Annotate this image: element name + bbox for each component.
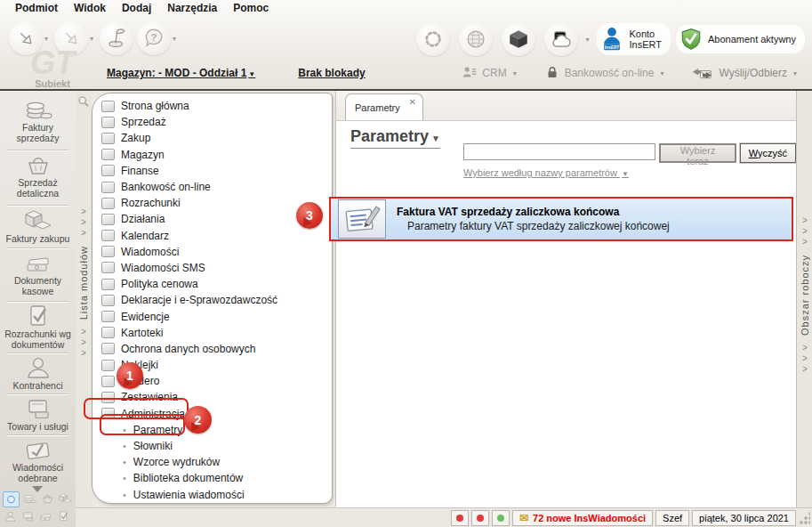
tab-close-icon[interactable]: ✕ bbox=[409, 97, 416, 107]
tree-item-zestawienia[interactable]: Zestawienia bbox=[92, 389, 332, 405]
tree-item-icon bbox=[101, 295, 115, 306]
mini-module-selected[interactable] bbox=[3, 491, 20, 507]
resize-grip[interactable] bbox=[799, 511, 810, 525]
abonament-button[interactable]: Abonament aktywny bbox=[676, 25, 805, 53]
tree-item-wzorce-wydrukow[interactable]: •Wzorce wydruków bbox=[92, 454, 332, 470]
page-title[interactable]: Parametry▼ bbox=[350, 127, 440, 149]
magnifier-icon[interactable] bbox=[76, 94, 91, 109]
back-dropdown-caret[interactable]: ▾ bbox=[44, 35, 48, 43]
wyczysc-button[interactable]: Wyczyść bbox=[740, 143, 796, 163]
crm-menu[interactable]: CRM ▾ bbox=[462, 65, 519, 81]
cloud-dropdown-caret[interactable]: ▾ bbox=[585, 36, 589, 44]
module-kontrahenci[interactable]: Kontrahenci bbox=[0, 356, 76, 391]
status-indicator-red-2[interactable] bbox=[471, 510, 489, 526]
mini-module-boxes-icon[interactable] bbox=[58, 491, 73, 506]
wybierz-teraz-button[interactable]: Wybierz teraz bbox=[659, 143, 736, 163]
tab-parametry[interactable]: Parametry ✕ bbox=[345, 93, 423, 120]
module-faktury-zakupu[interactable]: Faktury zakupu bbox=[0, 209, 76, 244]
obszar-roboczy-strip[interactable]: > > > Obszar roboczy > > > bbox=[796, 91, 812, 507]
envelope-icon: ✉ bbox=[519, 512, 528, 524]
lista-modulow-strip[interactable]: > > > Lista modułów > > > bbox=[76, 91, 92, 507]
tree-item-icon bbox=[101, 133, 115, 144]
tree-item-polityka-cenowa[interactable]: Polityka cenowa bbox=[92, 276, 332, 292]
module-sprzedaz-detaliczna[interactable]: Sprzedaż detaliczna bbox=[0, 153, 76, 199]
blokada-link[interactable]: Brak blokady bbox=[298, 67, 365, 79]
tree-item-icon bbox=[101, 230, 115, 241]
tree-item-ochrona-danych-osobowych[interactable]: Ochrona danych osobowych bbox=[92, 341, 332, 357]
magazyn-selector-link[interactable]: Magazyn: - MOD - Oddział 1▼ bbox=[107, 67, 258, 79]
chevron-icon: > bbox=[81, 337, 86, 348]
tree-item-kartoteki[interactable]: Kartoteki bbox=[92, 325, 332, 341]
sync-icon[interactable] bbox=[416, 22, 450, 56]
globe-icon[interactable] bbox=[459, 22, 493, 56]
modules-sidebar-bg: Faktury sprzedaży Sprzedaż detaliczna Fa… bbox=[0, 91, 76, 527]
cube-icon[interactable] bbox=[502, 22, 535, 56]
tree-item-icon bbox=[101, 246, 115, 257]
obszar-roboczy-label: Obszar roboczy bbox=[800, 255, 810, 336]
status-indicator-green[interactable] bbox=[492, 510, 510, 526]
module-rozrachunki-wg-dokumentow[interactable]: Rozrachunki wg dokumentów bbox=[0, 304, 76, 350]
module-separator bbox=[7, 434, 68, 435]
menu-podmiot[interactable]: Podmiot bbox=[7, 1, 66, 15]
konto-insert-button[interactable]: Konto InsERT bbox=[597, 23, 670, 55]
ins-wiadomosci-alert[interactable]: ✉ 72 nowe InsWiadomości bbox=[512, 510, 653, 526]
status-indicator-red-1[interactable] bbox=[451, 510, 469, 526]
tree-item-zakup[interactable]: Zakup bbox=[92, 130, 332, 146]
tree-item-administracja[interactable]: Administracja bbox=[92, 406, 332, 422]
tree-item-icon bbox=[101, 408, 115, 419]
tree-item-sprzedaz[interactable]: Sprzedaż bbox=[92, 114, 332, 130]
parameter-result-faktura-vat-zaliczkowa[interactable]: Faktura VAT sprzedaży zaliczkowa końcowa… bbox=[329, 197, 793, 241]
menu-pomoc[interactable]: Pomoc bbox=[225, 1, 277, 15]
callout-step-2: 2 bbox=[184, 406, 212, 434]
tree-item-kalendarz[interactable]: Kalendarz bbox=[92, 228, 332, 244]
mini-module-coins-icon[interactable] bbox=[22, 491, 37, 506]
tree-item-strona-glowna[interactable]: Strona główna bbox=[92, 98, 332, 114]
tree-item-ewidencje[interactable]: Ewidencje bbox=[92, 308, 332, 324]
konto-label-line1: Konto bbox=[629, 28, 655, 39]
forward-dropdown-caret[interactable]: ▾ bbox=[90, 35, 93, 43]
tree-item-bankowosc-on-line[interactable]: Bankowość on-line bbox=[92, 179, 332, 195]
wyslij-caret-icon: ▾ bbox=[793, 69, 797, 77]
cloud-services-icon[interactable] bbox=[544, 22, 578, 56]
module-wiadomosci-odebrane[interactable]: Wiadomości odebrane bbox=[0, 438, 76, 483]
search-row: Wybierz teraz Wyczyść bbox=[463, 143, 796, 163]
konto-label-line2: InsERT bbox=[629, 39, 661, 50]
mini-module-doccheck-icon[interactable] bbox=[56, 509, 71, 523]
tree-item-deklaracje[interactable]: Deklaracje i e-Sprawozdawczość bbox=[92, 292, 332, 308]
tree-item-wiadomosci[interactable]: Wiadomości bbox=[92, 244, 332, 260]
tree-item-rozrachunki[interactable]: Rozrachunki bbox=[92, 195, 332, 211]
menu-widok[interactable]: Widok bbox=[66, 1, 114, 15]
mini-module-cash-icon[interactable] bbox=[38, 509, 53, 523]
tree-item-ustawienia-wiadomosci[interactable]: •Ustawienia wiadomości bbox=[92, 487, 332, 503]
menu-dodaj[interactable]: Dodaj bbox=[114, 1, 159, 15]
application-window: Podmiot Widok Dodaj Narzędzia Pomoc ▾ ▾ … bbox=[0, 0, 812, 527]
tree-item-parametry[interactable]: •Parametry bbox=[92, 422, 332, 438]
tab-bar: Parametry ✕ bbox=[336, 91, 796, 121]
filter-by-name-link[interactable]: Wybierz według nazwy parametrów ▼ bbox=[463, 167, 631, 178]
tree-item-slowniki[interactable]: •Słowniki bbox=[92, 438, 332, 454]
mini-module-goods-icon[interactable] bbox=[20, 509, 36, 523]
flag-button[interactable] bbox=[100, 21, 133, 55]
parameter-search-input[interactable] bbox=[463, 143, 655, 160]
tree-item-magazyn[interactable]: Magazyn bbox=[92, 147, 332, 163]
tree-item-biblioteka-dokumentow[interactable]: •Biblioteka dokumentów bbox=[92, 470, 332, 486]
bankowosc-menu[interactable]: Bankowość on-line ▾ bbox=[544, 65, 667, 81]
wyslij-odbierz-menu[interactable]: Wyślij/Odbierz ▾ bbox=[691, 64, 800, 82]
status-bar: ✉ 72 nowe InsWiadomości Szef piątek, 30 … bbox=[76, 507, 812, 527]
module-dokumenty-kasowe[interactable]: Dokumenty kasowe bbox=[0, 251, 76, 296]
help-dropdown-caret[interactable]: ▾ bbox=[173, 35, 176, 43]
chevron-icon: > bbox=[802, 237, 808, 247]
help-button[interactable] bbox=[137, 21, 171, 55]
module-faktury-sprzedazy[interactable]: Faktury sprzedaży bbox=[0, 98, 76, 143]
current-user: Szef bbox=[655, 510, 689, 526]
tree-item-finanse[interactable]: Finanse bbox=[92, 163, 332, 179]
mini-module-person-icon[interactable] bbox=[3, 509, 18, 523]
tree-item-wiadomosci-sms[interactable]: Wiadomości SMS bbox=[92, 260, 332, 276]
callout-step-1: 1 bbox=[117, 362, 143, 389]
mini-module-basket-icon[interactable] bbox=[40, 491, 55, 506]
tree-item-icon bbox=[101, 117, 115, 128]
module-towary-i-uslugi[interactable]: Towary i usługi bbox=[0, 397, 76, 432]
tree-item-icon bbox=[101, 327, 115, 338]
menu-narzedzia[interactable]: Narzędzia bbox=[159, 1, 225, 15]
chevron-icon: > bbox=[802, 343, 808, 353]
